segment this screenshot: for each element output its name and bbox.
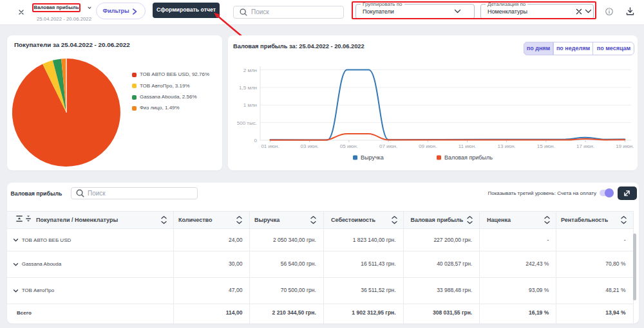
svg-text:15 июн.: 15 июн. <box>537 143 555 149</box>
svg-text:03 июн.: 03 июн. <box>301 143 319 149</box>
svg-text:11 июн.: 11 июн. <box>459 143 477 149</box>
svg-text:09 июн.: 09 июн. <box>419 143 437 149</box>
svg-text:1 млн: 1 млн <box>243 102 257 108</box>
svg-text:13 июн.: 13 июн. <box>498 143 516 149</box>
svg-text:Валовая прибыль: Валовая прибыль <box>444 154 493 161</box>
svg-text:19 июн.: 19 июн. <box>616 143 634 149</box>
svg-text:1,5 млн: 1,5 млн <box>239 85 257 91</box>
svg-text:17 июн.: 17 июн. <box>576 143 594 149</box>
svg-text:01 июн.: 01 июн. <box>261 143 279 149</box>
svg-text:07 июн.: 07 июн. <box>379 143 397 149</box>
svg-text:500 тыс.: 500 тыс. <box>237 120 257 126</box>
svg-text:Выручка: Выручка <box>361 154 384 161</box>
svg-text:2 млн: 2 млн <box>243 68 257 73</box>
svg-text:05 июн.: 05 июн. <box>340 143 358 149</box>
svg-text:0: 0 <box>254 138 258 143</box>
